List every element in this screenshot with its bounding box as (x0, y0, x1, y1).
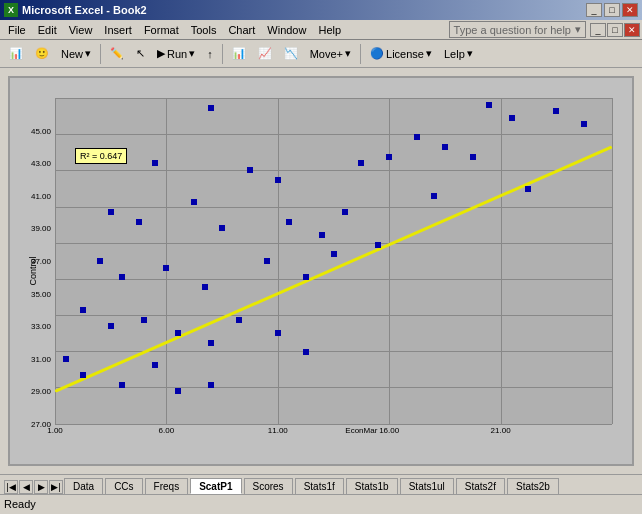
menu-insert[interactable]: Insert (98, 23, 138, 37)
data-point (431, 193, 437, 199)
tab-data[interactable]: Data (64, 478, 103, 494)
toolbar-cursor[interactable]: ↖ (131, 43, 150, 65)
grid-v-3 (389, 98, 390, 424)
tab-ccs[interactable]: CCs (105, 478, 142, 494)
tab-scores[interactable]: Scores (244, 478, 293, 494)
data-point (208, 340, 214, 346)
toolbar-chart3[interactable]: 📉 (279, 43, 303, 65)
move-label: Move+ (310, 48, 343, 60)
tab-first-button[interactable]: |◀ (4, 480, 18, 494)
tab-prev-button[interactable]: ◀ (19, 480, 33, 494)
menu-restore-button[interactable]: □ (607, 23, 623, 37)
license-circle-icon: 🔵 (370, 47, 384, 60)
grid-v-4 (501, 98, 502, 424)
tab-next-button[interactable]: ▶ (34, 480, 48, 494)
tab-stats2b[interactable]: Stats2b (507, 478, 559, 494)
search-arrow-icon: ▾ (575, 23, 581, 36)
toolbar: 📊 🙂 New ▾ ✏️ ↖ ▶ Run ▾ ↑ 📊 📈 📉 Move+ ▾ 🔵… (0, 40, 642, 68)
menu-close-button[interactable]: ✕ (624, 23, 640, 37)
menu-edit[interactable]: Edit (32, 23, 63, 37)
data-point (191, 199, 197, 205)
move-button[interactable]: Move+ ▾ (305, 43, 356, 65)
new-button[interactable]: New ▾ (56, 43, 96, 65)
data-point (581, 121, 587, 127)
lelp-label: Lelp (444, 48, 465, 60)
toolbar-sort-asc[interactable]: ↑ (202, 43, 218, 65)
tab-last-button[interactable]: ▶| (49, 480, 63, 494)
tab-stats1ul[interactable]: Stats1ul (400, 478, 454, 494)
toolbar-separator-2 (222, 44, 223, 64)
sort-asc-icon: ↑ (207, 48, 213, 60)
data-point (119, 274, 125, 280)
grid-h-6 (55, 315, 612, 316)
data-point (275, 330, 281, 336)
help-search-box[interactable]: Type a question for help ▾ (449, 21, 586, 38)
r2-label: R² = 0.647 (75, 148, 127, 164)
plot-area: R² = 0.647 (55, 98, 612, 424)
toolbar-chart2[interactable]: 📈 (253, 43, 277, 65)
license-button[interactable]: 🔵 License ▾ (365, 43, 437, 65)
menu-help[interactable]: Help (312, 23, 347, 37)
spreadsheet-icon: 📊 (9, 47, 23, 60)
y-tick-3: 39.00 (31, 224, 51, 233)
data-point (342, 209, 348, 215)
run-button[interactable]: ▶ Run ▾ (152, 43, 200, 65)
data-point (303, 349, 309, 355)
data-point (509, 115, 515, 121)
run-icon: ▶ (157, 47, 165, 60)
data-point (163, 265, 169, 271)
menu-chart[interactable]: Chart (222, 23, 261, 37)
minimize-button[interactable]: _ (586, 3, 602, 17)
tab-stats1b[interactable]: Stats1b (346, 478, 398, 494)
x-tick-1: 6.00 (159, 426, 175, 435)
grid-h-1 (55, 134, 612, 135)
close-button[interactable]: ✕ (622, 3, 638, 17)
data-point (486, 102, 492, 108)
menu-window[interactable]: Window (261, 23, 312, 37)
new-label: New (61, 48, 83, 60)
data-point (319, 232, 325, 238)
toolbar-icon-bar[interactable]: 📊 (4, 43, 28, 65)
data-point (175, 388, 181, 394)
help-search-placeholder: Type a question for help (454, 24, 571, 36)
chart-inner[interactable]: Control 45.00 43.00 41.00 39.00 37.00 35… (10, 78, 632, 464)
tab-scatp1[interactable]: ScatP1 (190, 478, 241, 494)
menu-tools[interactable]: Tools (185, 23, 223, 37)
toolbar-separator-1 (100, 44, 101, 64)
toolbar-smiley[interactable]: 🙂 (30, 43, 54, 65)
y-tick-7: 31.00 (31, 354, 51, 363)
x-tick-2: 11.00 (268, 426, 288, 435)
data-point (136, 219, 142, 225)
chart1-icon: 📊 (232, 47, 246, 60)
tab-stats1f[interactable]: Stats1f (295, 478, 344, 494)
data-point (358, 160, 364, 166)
data-point (108, 323, 114, 329)
window-controls[interactable]: _ □ ✕ (586, 3, 638, 17)
menu-minimize-button[interactable]: _ (590, 23, 606, 37)
menu-format[interactable]: Format (138, 23, 185, 37)
tab-navigation: |◀ ◀ ▶ ▶| (4, 480, 64, 494)
data-point (470, 154, 476, 160)
data-point (97, 258, 103, 264)
new-dropdown-icon: ▾ (85, 47, 91, 60)
tab-freqs[interactable]: Freqs (145, 478, 189, 494)
toolbar-chart1[interactable]: 📊 (227, 43, 251, 65)
status-bar: Ready (0, 494, 642, 512)
tab-stats2f[interactable]: Stats2f (456, 478, 505, 494)
x-tick-0: 1.00 (47, 426, 63, 435)
data-point (108, 209, 114, 215)
data-point (236, 317, 242, 323)
maximize-button[interactable]: □ (604, 3, 620, 17)
x-tick-label: EconMar (345, 426, 377, 435)
data-point (303, 274, 309, 280)
data-point (202, 284, 208, 290)
license-dropdown-icon: ▾ (426, 47, 432, 60)
lelp-button[interactable]: Lelp ▾ (439, 43, 478, 65)
grid-v-5 (612, 98, 613, 424)
toolbar-pencil[interactable]: ✏️ (105, 43, 129, 65)
menu-file[interactable]: File (2, 23, 32, 37)
menu-view[interactable]: View (63, 23, 99, 37)
svg-line-0 (55, 147, 612, 392)
x-tick-3: 16.00 (379, 426, 399, 435)
grid-h-7 (55, 351, 612, 352)
